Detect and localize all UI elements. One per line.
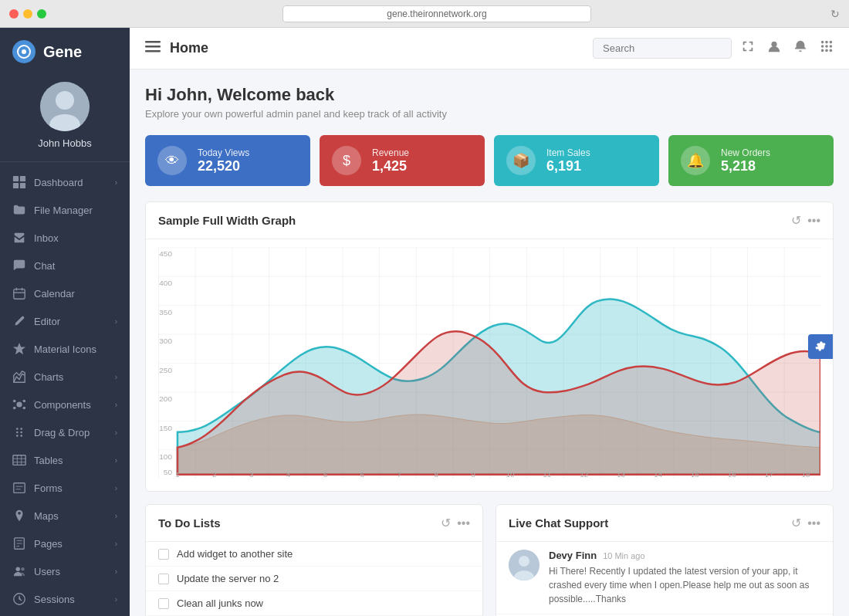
chart-actions: ↺ ••• (791, 213, 820, 228)
svg-point-42 (771, 42, 776, 47)
chat-time-1: 10 Min ago (603, 551, 644, 560)
todo-actions: ↺ ••• (441, 516, 470, 530)
stat-card-today-views: 👁 Today Views 22,520 (145, 135, 310, 186)
chart-svg: 450 400 350 300 250 200 150 100 50 (158, 247, 820, 479)
drag-icon (12, 425, 26, 439)
chat-message-1: Devy Finn 10 Min ago Hi There! Recently … (496, 542, 833, 614)
stat-info-item-sales: Item Sales 6,191 (546, 147, 590, 174)
svg-point-46 (821, 45, 824, 48)
todo-card-header: To Do Lists ↺ ••• (146, 505, 482, 542)
sidebar-label-file-manager: File Manager (34, 205, 93, 216)
brand-icon (12, 40, 36, 63)
chevron-right-icon: › (115, 512, 117, 520)
chart-more-icon[interactable]: ••• (807, 214, 820, 228)
svg-text:4: 4 (286, 470, 291, 479)
svg-point-13 (16, 401, 22, 407)
svg-point-23 (20, 435, 22, 437)
chevron-right-icon: › (115, 373, 117, 381)
sidebar-item-material-icons[interactable]: Material Icons (0, 335, 130, 363)
settings-tab[interactable] (808, 334, 833, 359)
svg-text:400: 400 (159, 279, 172, 287)
item-sales-icon: 📦 (506, 146, 536, 175)
expand-icon[interactable] (741, 39, 755, 57)
svg-point-37 (21, 567, 25, 571)
todo-more-icon[interactable]: ••• (457, 516, 470, 530)
reload-button[interactable]: ↻ (830, 8, 840, 20)
sidebar-item-tables[interactable]: Tables › (0, 446, 130, 474)
stat-label-revenue: Revenue (372, 147, 409, 158)
svg-point-16 (13, 407, 16, 410)
svg-text:18: 18 (801, 470, 810, 479)
sidebar-item-calendar[interactable]: Calendar (0, 279, 130, 307)
sidebar-item-forms[interactable]: Forms › (0, 474, 130, 502)
todo-checkbox-1[interactable] (158, 549, 169, 560)
sidebar-item-charts[interactable]: Charts › (0, 363, 130, 391)
svg-text:12: 12 (580, 470, 589, 479)
components-icon (12, 398, 26, 411)
sidebar-label-charts: Charts (34, 371, 63, 383)
chat-sender-1: Devy Finn (549, 550, 597, 561)
sidebar-item-sessions[interactable]: Sessions › (0, 585, 130, 613)
chat-refresh-icon[interactable]: ↺ (791, 516, 801, 530)
sidebar-item-chat[interactable]: Chat (0, 252, 130, 279)
todo-refresh-icon[interactable]: ↺ (441, 516, 451, 530)
add-button[interactable]: + Add (0, 613, 130, 616)
todo-checkbox-2[interactable] (158, 574, 169, 584)
notifications-icon[interactable] (793, 39, 807, 57)
account-icon[interactable] (767, 39, 781, 57)
chevron-right-icon: › (115, 595, 117, 604)
sidebar-label-drag-drop: Drag & Drop (34, 427, 90, 438)
stat-value-today-views: 22,520 (198, 158, 249, 174)
chart-refresh-icon[interactable]: ↺ (791, 213, 801, 228)
sidebar-item-file-manager[interactable]: File Manager (0, 196, 130, 224)
search-input[interactable] (593, 38, 732, 59)
svg-point-48 (830, 45, 833, 48)
sidebar-item-editor[interactable]: Editor › (0, 307, 130, 335)
sidebar-item-maps[interactable]: Maps › (0, 502, 130, 530)
page-title: Home (170, 40, 583, 56)
stat-info-revenue: Revenue 1,425 (372, 147, 409, 174)
address-bar[interactable]: gene.theironnetwork.org (282, 5, 591, 22)
sidebar-item-components[interactable]: Components › (0, 391, 130, 418)
topbar-icon-group (741, 39, 834, 57)
sidebar-item-users[interactable]: Users › (0, 557, 130, 585)
todo-checkbox-3[interactable] (158, 598, 169, 609)
chart-title: Sample Full Width Graph (158, 214, 791, 227)
svg-point-14 (13, 400, 16, 403)
charts-icon (12, 370, 26, 384)
chat-meta-1: Devy Finn 10 Min ago (549, 550, 820, 561)
chat-icon (12, 259, 26, 272)
chevron-right-icon: › (115, 401, 117, 409)
svg-text:13: 13 (617, 470, 626, 479)
welcome-subtitle: Explore your own powerful admin panel an… (145, 108, 834, 120)
list-item: Add widget to another site (146, 542, 482, 567)
svg-text:17: 17 (765, 470, 774, 479)
svg-text:10: 10 (506, 470, 515, 479)
user-name: John Hobbs (38, 137, 91, 149)
sidebar-item-pages[interactable]: Pages › (0, 530, 130, 557)
sidebar-item-dashboard[interactable]: Dashboard › (0, 168, 130, 196)
hamburger-menu[interactable] (145, 39, 161, 58)
chat-more-icon[interactable]: ••• (807, 516, 820, 530)
sidebar-label-calendar: Calendar (34, 288, 75, 300)
brand[interactable]: Gene (0, 28, 130, 73)
close-dot[interactable] (9, 9, 19, 19)
maximize-dot[interactable] (37, 9, 46, 19)
sidebar-item-drag-drop[interactable]: Drag & Drop › (0, 418, 130, 446)
stats-row: 👁 Today Views 22,520 $ Revenue 1,425 📦 (145, 135, 834, 186)
chevron-right-icon: › (115, 428, 117, 437)
new-orders-icon: 🔔 (681, 146, 710, 175)
stat-info-today-views: Today Views 22,520 (198, 147, 249, 174)
sidebar-label-editor: Editor (34, 316, 60, 327)
svg-point-3 (56, 91, 74, 110)
apps-icon[interactable] (820, 39, 834, 57)
sidebar-item-inbox[interactable]: Inbox (0, 224, 130, 252)
sidebar-label-inbox: Inbox (34, 232, 59, 244)
user-profile-section: John Hobbs (0, 73, 130, 162)
svg-rect-39 (145, 41, 161, 43)
chevron-right-icon: › (115, 567, 117, 576)
svg-text:1: 1 (175, 470, 180, 479)
app-container: Gene John Hobbs Dashboa (0, 28, 849, 616)
svg-point-19 (20, 428, 22, 430)
minimize-dot[interactable] (23, 9, 32, 19)
